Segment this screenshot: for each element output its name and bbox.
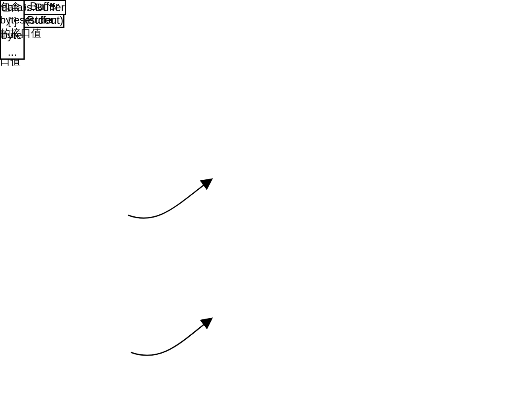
diagram-caption: 包含bytes.Buffer的接口值	[0, 0, 55, 40]
pointer-arrow	[0, 0, 521, 420]
pointer-arrow	[0, 0, 521, 420]
target-line-2: ...	[8, 46, 17, 58]
